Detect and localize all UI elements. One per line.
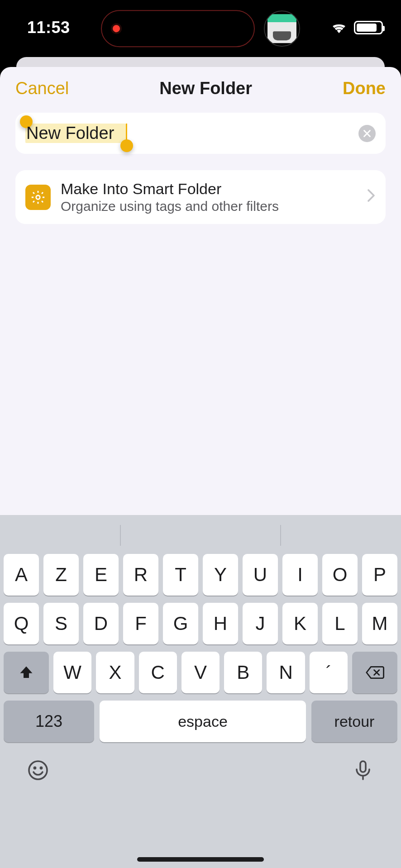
key-p[interactable]: P <box>362 554 397 596</box>
key-v[interactable]: V <box>181 652 220 693</box>
folder-name-field[interactable]: New Folder <box>15 113 386 154</box>
chevron-right-icon <box>367 188 376 206</box>
keyboard-row-1: A Z E R T Y U I O P <box>4 554 397 596</box>
status-time: 11:53 <box>27 18 70 37</box>
backspace-key[interactable] <box>352 652 397 693</box>
svg-point-3 <box>40 767 42 768</box>
emoji-button[interactable] <box>27 759 49 783</box>
key-y[interactable]: Y <box>203 554 238 596</box>
key-i[interactable]: I <box>282 554 318 596</box>
key-e[interactable]: E <box>83 554 119 596</box>
smart-folder-subtitle: Organize using tags and other filters <box>61 199 357 214</box>
return-key[interactable]: retour <box>311 701 397 742</box>
svg-point-1 <box>29 761 47 779</box>
shift-key[interactable] <box>4 652 49 693</box>
keyboard-row-2: Q S D F G H J K L M <box>4 603 397 644</box>
folder-name-value: New Folder <box>25 122 115 145</box>
numbers-key[interactable]: 123 <box>4 701 94 742</box>
key-w[interactable]: W <box>53 652 91 693</box>
media-artwork-icon <box>267 14 296 43</box>
status-right <box>330 20 383 35</box>
dynamic-island-area <box>101 10 300 47</box>
key-f[interactable]: F <box>123 603 158 644</box>
key-x[interactable]: X <box>96 652 134 693</box>
gear-icon <box>25 185 51 210</box>
wifi-icon <box>330 20 348 35</box>
key-t[interactable]: T <box>163 554 198 596</box>
keyboard-row-4: 123 espace retour <box>4 701 397 742</box>
done-button[interactable]: Done <box>343 79 386 98</box>
recording-indicator-icon <box>113 25 120 32</box>
nav-bar: Cancel New Folder Done <box>0 67 401 106</box>
keyboard-suggestion-bar[interactable] <box>0 520 401 551</box>
key-g[interactable]: G <box>163 603 198 644</box>
smart-folder-title: Make Into Smart Folder <box>61 180 357 198</box>
dynamic-island[interactable] <box>101 10 255 47</box>
keyboard: A Z E R T Y U I O P Q S D F G H <box>0 515 401 868</box>
clear-text-button[interactable] <box>358 125 376 142</box>
now-playing-thumb[interactable] <box>264 10 300 47</box>
home-indicator[interactable] <box>137 857 264 862</box>
new-folder-sheet: Cancel New Folder Done New Folder Make I… <box>0 67 401 868</box>
key-l[interactable]: L <box>322 603 358 644</box>
space-key[interactable]: espace <box>100 701 306 742</box>
svg-point-2 <box>34 767 35 768</box>
key-a[interactable]: A <box>4 554 39 596</box>
key-m[interactable]: M <box>362 603 397 644</box>
battery-icon <box>354 21 383 34</box>
key-h[interactable]: H <box>203 603 238 644</box>
svg-point-0 <box>36 195 40 199</box>
key-n[interactable]: N <box>267 652 305 693</box>
svg-rect-4 <box>360 761 366 772</box>
page-title: New Folder <box>159 79 252 98</box>
keyboard-bottom-row <box>0 749 401 796</box>
phone-frame: 11:53 Cancel New Folder Done <box>0 0 401 868</box>
key-q[interactable]: Q <box>4 603 39 644</box>
key-accent[interactable]: ´ <box>310 652 348 693</box>
key-u[interactable]: U <box>243 554 278 596</box>
dictation-button[interactable] <box>352 759 374 783</box>
cancel-button[interactable]: Cancel <box>15 79 69 98</box>
keyboard-row-3: W X C V B N ´ <box>4 652 397 693</box>
key-d[interactable]: D <box>83 603 119 644</box>
key-k[interactable]: K <box>282 603 318 644</box>
key-c[interactable]: C <box>139 652 177 693</box>
smart-folder-text: Make Into Smart Folder Organize using ta… <box>61 180 357 214</box>
key-o[interactable]: O <box>322 554 358 596</box>
key-b[interactable]: B <box>224 652 262 693</box>
status-bar: 11:53 <box>0 0 401 50</box>
key-r[interactable]: R <box>123 554 158 596</box>
make-smart-folder-row[interactable]: Make Into Smart Folder Organize using ta… <box>15 170 386 224</box>
key-s[interactable]: S <box>43 603 79 644</box>
key-j[interactable]: J <box>243 603 278 644</box>
selection-handle-end-icon[interactable] <box>120 139 133 152</box>
key-z[interactable]: Z <box>43 554 79 596</box>
